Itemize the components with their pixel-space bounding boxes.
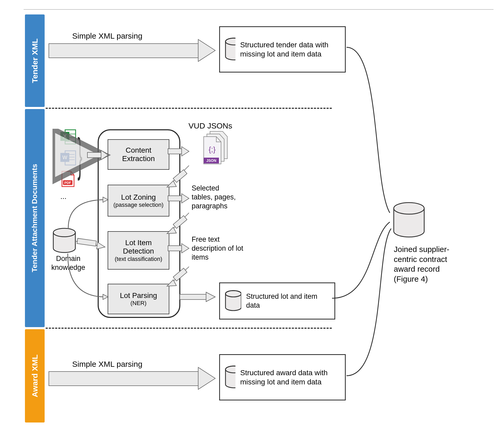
svg-text:PDF: PDF: [64, 181, 71, 185]
step-title: Content: [110, 146, 167, 154]
svg-text:JSON: JSON: [206, 158, 216, 163]
label-domain-knowledge: Domain knowledge: [46, 254, 91, 272]
text-structured-award: Structured award data with missing lot a…: [240, 368, 340, 387]
lane-award-xml: Award XML: [25, 329, 45, 422]
label-simple-xml-parsing-top: Simple XML parsing: [72, 31, 142, 41]
lane-attachments: Tender Attachment Documents: [25, 109, 45, 327]
brace-files: }: [77, 128, 82, 181]
step-title: Lot Item: [110, 239, 167, 247]
svg-text:{;}: {;}: [209, 145, 216, 153]
svg-point-26: [394, 203, 424, 214]
svg-text:W: W: [62, 154, 67, 160]
svg-marker-3: [198, 367, 215, 389]
svg-rect-45: [180, 294, 206, 300]
domain-knowledge-db: [53, 228, 75, 253]
step-title: Extraction: [110, 154, 167, 163]
database-icon: [225, 365, 235, 389]
label-selected-tables: Selected tables, pages, paragraphs: [192, 184, 236, 210]
label-free-text: Free text description of lot items: [192, 235, 252, 262]
top-rule: [24, 9, 494, 10]
svg-marker-0: [198, 39, 215, 61]
step-sub: (NER): [110, 300, 167, 306]
box-structured-lot-data: Structured lot and item data: [219, 282, 335, 320]
step-lot-item-detection: Lot Item Detection (text classification): [108, 231, 169, 270]
lane-tender-xml: Tender XML: [25, 14, 45, 107]
label-simple-xml-parsing-bottom: Simple XML parsing: [72, 359, 142, 369]
json-files-icon: {;} JSON: [204, 131, 227, 164]
arrow-xml-parsing-award: [49, 371, 199, 386]
step-title: Lot Parsing: [110, 291, 167, 300]
step-sub: (passage selection): [110, 202, 167, 208]
dashed-separator-2: [46, 328, 332, 329]
text-structured-tender: Structured tender data with missing lot …: [240, 40, 340, 59]
box-structured-award-data: Structured award data with missing lot a…: [219, 354, 346, 400]
database-icon: [225, 38, 235, 61]
svg-marker-34: [182, 147, 189, 156]
database-icon: [225, 290, 241, 312]
dashed-separator-1: [46, 108, 332, 109]
word-icon: W: [60, 150, 77, 166]
box-structured-tender-data: Structured tender data with missing lot …: [219, 26, 346, 73]
ellipsis-icon: ...: [60, 192, 66, 201]
svg-rect-22: [204, 158, 219, 163]
step-lot-parsing: Lot Parsing (NER): [108, 284, 169, 314]
svg-point-20: [53, 228, 75, 237]
joined-db-icon: [394, 203, 424, 237]
svg-marker-38: [182, 194, 189, 203]
label-joined-record: Joined supplier-centric contract award r…: [394, 244, 465, 284]
svg-text:X: X: [63, 133, 67, 140]
arrow-xml-parsing-tender: [49, 43, 199, 58]
step-content-extraction: Content Extraction: [108, 139, 169, 170]
svg-marker-46: [206, 292, 215, 302]
svg-rect-30: [77, 238, 96, 246]
step-title: Detection: [110, 247, 167, 255]
diagram-canvas: Tender XML Tender Attachment Documents A…: [0, 0, 504, 438]
svg-marker-42: [182, 244, 189, 253]
pdf-icon: PDF: [60, 171, 75, 188]
file-icons-stack: X W PDF ...: [60, 129, 77, 201]
step-sub: (text classification): [110, 256, 167, 262]
excel-icon: X: [60, 129, 77, 145]
text-structured-lot: Structured lot and item data: [246, 292, 330, 310]
step-title: Lot Zoning: [110, 193, 167, 202]
label-vud-jsons: VUD JSONs: [188, 121, 232, 131]
step-lot-zoning: Lot Zoning (passage selection): [108, 185, 169, 217]
